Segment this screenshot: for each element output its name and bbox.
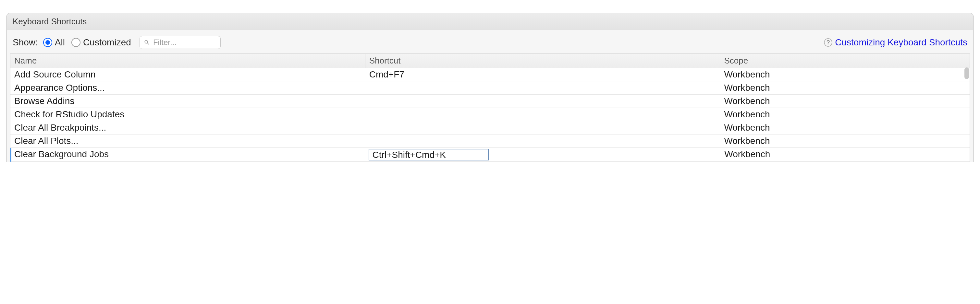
table-header: Name Shortcut Scope (10, 54, 970, 68)
keyboard-shortcuts-dialog: Keyboard Shortcuts Show: All Customized … (6, 13, 974, 162)
table-body: Add Source ColumnCmd+F7WorkbenchAppearan… (10, 68, 970, 162)
help-link[interactable]: ? Customizing Keyboard Shortcuts (824, 37, 967, 48)
shortcut-edit-input[interactable]: Ctrl+Shift+Cmd+K (369, 149, 489, 160)
table-row[interactable]: Appearance Options...Workbench (10, 81, 970, 95)
cell-shortcut[interactable] (365, 108, 721, 121)
filter-box[interactable] (140, 36, 221, 49)
cell-scope[interactable]: Workbench (721, 148, 970, 162)
show-radio-group: All Customized (43, 37, 131, 48)
cell-scope[interactable]: Workbench (720, 81, 970, 94)
cell-shortcut[interactable] (365, 81, 721, 94)
radio-all[interactable]: All (43, 37, 65, 48)
cell-name[interactable]: Browse Addins (10, 95, 365, 108)
radio-customized-label: Customized (83, 37, 131, 48)
table-row[interactable]: Add Source ColumnCmd+F7Workbench (10, 68, 970, 81)
radio-all-label: All (55, 37, 65, 48)
search-icon (144, 39, 150, 46)
cell-shortcut[interactable] (365, 135, 721, 147)
dialog-title-bar: Keyboard Shortcuts (7, 13, 973, 30)
cell-shortcut[interactable]: Ctrl+Shift+Cmd+K (366, 148, 721, 162)
cell-shortcut[interactable] (365, 121, 721, 134)
cell-scope[interactable]: Workbench (720, 121, 970, 134)
cell-name[interactable]: Clear Background Jobs (11, 148, 366, 162)
cell-scope[interactable]: Workbench (720, 108, 970, 121)
table-row[interactable]: Clear All Plots...Workbench (10, 135, 970, 148)
cell-name[interactable]: Clear All Plots... (10, 135, 365, 147)
help-icon: ? (824, 38, 832, 47)
table-row[interactable]: Clear Background JobsCtrl+Shift+Cmd+KWor… (10, 148, 970, 162)
cell-name[interactable]: Check for RStudio Updates (10, 108, 365, 121)
header-shortcut[interactable]: Shortcut (365, 54, 721, 68)
cell-name[interactable]: Add Source Column (10, 68, 365, 81)
cell-shortcut[interactable]: Cmd+F7 (365, 68, 721, 81)
table-row[interactable]: Browse AddinsWorkbench (10, 95, 970, 108)
cell-scope[interactable]: Workbench (720, 95, 970, 108)
header-scope[interactable]: Scope (720, 54, 970, 68)
shortcuts-table: Name Shortcut Scope Add Source ColumnCmd… (10, 54, 970, 162)
dialog-title: Keyboard Shortcuts (13, 16, 87, 26)
show-label: Show: (13, 37, 38, 48)
cell-name[interactable]: Appearance Options... (10, 81, 365, 94)
cell-shortcut[interactable] (365, 95, 721, 108)
table-row[interactable]: Check for RStudio UpdatesWorkbench (10, 108, 970, 121)
cell-name[interactable]: Clear All Breakpoints... (10, 121, 365, 134)
toolbar: Show: All Customized ? Customizing Keybo… (7, 30, 973, 54)
header-name[interactable]: Name (10, 54, 365, 68)
table-row[interactable]: Clear All Breakpoints...Workbench (10, 121, 970, 135)
cell-scope[interactable]: Workbench (720, 135, 970, 147)
radio-all-indicator (43, 38, 52, 47)
radio-customized-indicator (72, 38, 81, 47)
help-link-text: Customizing Keyboard Shortcuts (835, 37, 967, 48)
cell-scope[interactable]: Workbench (720, 68, 970, 81)
radio-customized[interactable]: Customized (72, 37, 131, 48)
filter-input[interactable] (153, 38, 216, 47)
